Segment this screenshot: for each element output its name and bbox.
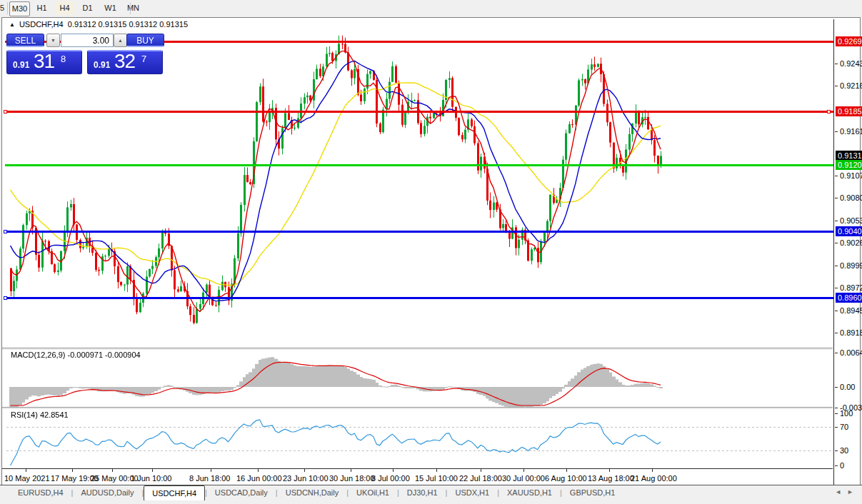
price-line-label-091208: 0.91208	[836, 160, 862, 170]
time-tick-mark	[566, 469, 567, 472]
indicator-tick-mark	[835, 450, 838, 451]
tab-scroll-left-icon[interactable]: ◄	[835, 488, 847, 495]
price-line-label-089602: 0.89602	[836, 293, 862, 303]
time-tick-label: 6 Aug 10:00	[545, 474, 587, 483]
level-line-091855[interactable]	[5, 111, 833, 113]
collapse-chart-icon[interactable]: ▲	[9, 21, 15, 28]
price-tick-mark	[835, 176, 838, 176]
price-tick-mark	[835, 311, 838, 311]
ask-price-big: 32	[114, 50, 135, 73]
price-tick-mark	[835, 221, 838, 221]
line-handle-left[interactable]	[4, 110, 7, 114]
level-line-090405[interactable]	[5, 231, 833, 233]
time-tick-mark	[523, 469, 524, 472]
tf-button-mn[interactable]: MN	[124, 1, 143, 15]
time-tick-mark	[436, 469, 437, 472]
bid-quote-box[interactable]: 0.91 31 8	[6, 50, 82, 74]
price-tick-label: 0.91075	[840, 171, 862, 180]
bid-price-sup: 8	[61, 54, 66, 64]
time-tick-mark	[304, 469, 305, 472]
price-tick-label: 0.89180	[840, 328, 862, 337]
indicator-tick-mark	[835, 408, 838, 408]
time-tick-mark	[393, 469, 394, 472]
price-tick-mark	[835, 64, 838, 64]
toolbar-separator	[130, 2, 131, 14]
time-tick-mark	[652, 469, 653, 472]
volume-increase-button[interactable]: ▲	[114, 34, 127, 47]
rsi-axis-label: 30	[840, 446, 848, 455]
price-tick-label: 0.92430	[840, 59, 862, 68]
time-tick-label: 22 Jul 18:00	[459, 474, 502, 483]
tab-bar-padding	[0, 485, 10, 501]
tab-scroll-right-icon[interactable]: ►	[847, 488, 859, 495]
price-line-label-092699: 0.92699	[836, 36, 862, 46]
volume-decrease-button[interactable]: ▼	[46, 34, 60, 47]
price-tick-label: 0.89720	[840, 283, 862, 292]
status-strip	[0, 500, 862, 504]
tf-button-h4[interactable]: H4	[55, 1, 74, 15]
time-tick-mark	[211, 469, 211, 472]
price-tick-label: 0.92160	[840, 81, 862, 90]
chart-tab-gbpusd-h1[interactable]: GBPUSD,H1	[562, 485, 623, 501]
line-handle-left[interactable]	[4, 296, 7, 300]
time-tick-mark	[351, 469, 351, 472]
time-tick-label: 30 Jul 00:00	[502, 474, 545, 483]
chart-tab-usdcnh-daily[interactable]: USDCNH,Daily	[278, 485, 347, 501]
chart-symbol-label: USDCHF,H4	[19, 20, 64, 29]
time-tick-label: 13 Aug 18:00	[588, 474, 634, 483]
price-tick-mark	[835, 131, 838, 132]
macd-axis-label: 0.00647	[840, 348, 862, 357]
bid-price-big: 31	[34, 50, 54, 73]
level-line-089602[interactable]	[5, 297, 833, 299]
time-tick-label: 1 Jun 10:00	[131, 474, 172, 483]
tf-button-w1[interactable]: W1	[101, 1, 120, 15]
level-line-091208[interactable]	[5, 164, 833, 166]
time-tick-mark	[152, 469, 153, 472]
macd-axis-label: 0.00	[840, 383, 855, 391]
price-line-label-090405: 0.90405	[836, 226, 862, 236]
volume-input[interactable]	[61, 34, 114, 47]
indicator-tick-mark	[835, 387, 838, 388]
indicator-tick-mark	[835, 413, 838, 414]
indicator-tick-mark	[835, 427, 838, 428]
price-tick-mark	[835, 288, 838, 288]
chart-tab-audusd-daily[interactable]: AUDUSD,Daily	[73, 485, 141, 501]
price-tick-label: 0.90535	[840, 216, 862, 225]
price-axis[interactable]: 0.924300.921600.916150.910750.908050.905…	[835, 18, 859, 485]
line-handle-left[interactable]	[4, 230, 7, 233]
mt4-workspace: 5 M30H1H4D1W1MN ▲USDCHF,H4 0.91312 0.913…	[0, 0, 862, 504]
chart-tab-eurusd-h4[interactable]: EURUSD,H4	[10, 485, 71, 501]
time-tick-label: 30 Jun 18:00	[329, 474, 375, 483]
price-tick-label: 0.91615	[840, 127, 862, 136]
chart-tab-dj30-h1[interactable]: DJ30,H1	[399, 485, 446, 501]
time-tick-mark	[609, 469, 610, 472]
chart-tab-usdchf-h4[interactable]: USDCHF,H4	[144, 485, 205, 501]
bid-price-prefix: 0.91	[13, 60, 29, 70]
chart-tab-usdx-h1[interactable]: USDX,H1	[447, 485, 497, 501]
ask-price-sup: 7	[141, 54, 146, 64]
time-tick-label: 8 Jul 00:00	[371, 474, 410, 483]
time-axis[interactable]: 10 May 202117 May 19:0025 May 00:001 Jun…	[2, 468, 833, 485]
ask-price-prefix: 0.91	[94, 60, 110, 70]
price-tick-mark	[835, 86, 838, 86]
macd-label: MACD(12,26,9) -0.000971 -0.000904	[11, 351, 141, 359]
rsi-axis-label: 70	[840, 423, 848, 431]
tf-button-m30[interactable]: M30	[9, 1, 30, 16]
buy-button[interactable]: BUY	[126, 34, 164, 47]
tf-button-h1[interactable]: H1	[32, 1, 51, 15]
time-tick-mark	[258, 469, 259, 472]
chart-tab-ukoil-h1[interactable]: UKOil,H1	[349, 485, 397, 501]
timeframe-toolbar: 5 M30H1H4D1W1MN	[0, 0, 862, 17]
chart-tab-xauusd-h1[interactable]: XAUUSD,H1	[499, 485, 560, 501]
line-handle-right[interactable]	[827, 110, 831, 114]
chart-tab-usdcad-daily[interactable]: USDCAD,Daily	[207, 485, 276, 501]
time-tick-mark	[112, 469, 113, 472]
rsi-axis-label: 0	[840, 461, 844, 470]
rsi-indicator-canvas[interactable]	[5, 408, 833, 468]
ask-quote-box[interactable]: 0.91 32 7	[87, 50, 163, 74]
tf-button-d1[interactable]: D1	[78, 1, 97, 15]
tab-scroll-arrows[interactable]: ◄►	[835, 488, 859, 495]
price-tick-mark	[835, 333, 838, 333]
time-tick-label: 23 Jun 10:00	[283, 474, 329, 483]
sell-button[interactable]: SELL	[6, 34, 44, 47]
